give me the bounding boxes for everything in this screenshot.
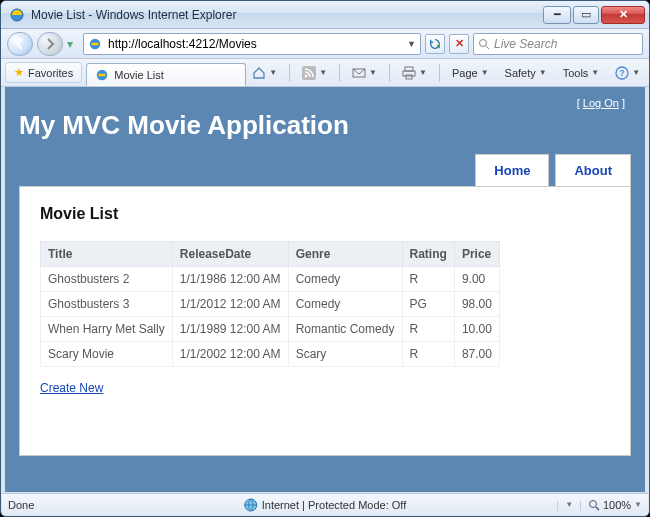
cell-genre: Comedy bbox=[288, 266, 402, 291]
site-nav: Home About bbox=[19, 154, 631, 186]
cell-price: 87.00 bbox=[454, 341, 499, 366]
search-icon bbox=[478, 38, 490, 50]
col-price: Price bbox=[454, 241, 499, 266]
table-row: When Harry Met Sally1/1/1989 12:00 AMRom… bbox=[41, 316, 500, 341]
command-bar: ★ Favorites Movie List ▼ ▼ ▼ ▼ Page ▼ bbox=[1, 59, 649, 87]
rss-icon bbox=[302, 66, 316, 80]
nav-home[interactable]: Home bbox=[475, 154, 549, 186]
cell-date: 1/1/2002 12:00 AM bbox=[172, 341, 288, 366]
star-icon: ★ bbox=[14, 66, 24, 79]
svg-point-7 bbox=[305, 74, 308, 77]
nav-bar: ▾ ▼ ✕ Live Search bbox=[1, 29, 649, 59]
home-button[interactable]: ▼ bbox=[246, 62, 283, 84]
cell-rating: R bbox=[402, 266, 454, 291]
url-input[interactable] bbox=[106, 36, 403, 52]
table-row: Ghostbusters 21/1/1986 12:00 AMComedyR9.… bbox=[41, 266, 500, 291]
logon-area: [ Log On ] bbox=[19, 93, 631, 109]
svg-text:?: ? bbox=[620, 68, 626, 78]
stop-button[interactable]: ✕ bbox=[449, 34, 469, 54]
favorites-button[interactable]: ★ Favorites bbox=[5, 62, 82, 83]
create-new-link[interactable]: Create New bbox=[40, 381, 103, 395]
col-genre: Genre bbox=[288, 241, 402, 266]
movies-table: Title ReleaseDate Genre Rating Price Gho… bbox=[40, 241, 500, 367]
cell-date: 1/1/1989 12:00 AM bbox=[172, 316, 288, 341]
window-title: Movie List - Windows Internet Explorer bbox=[31, 8, 543, 22]
minimize-button[interactable]: ━ bbox=[543, 6, 571, 24]
zoom-control[interactable]: 100% ▼ bbox=[588, 499, 642, 511]
maximize-button[interactable]: ▭ bbox=[573, 6, 599, 24]
ie-icon bbox=[9, 7, 25, 23]
cell-price: 98.00 bbox=[454, 291, 499, 316]
status-center: Internet | Protected Mode: Off bbox=[262, 499, 407, 511]
col-rating: Rating bbox=[402, 241, 454, 266]
cell-title: When Harry Met Sally bbox=[41, 316, 173, 341]
feeds-button[interactable]: ▼ bbox=[296, 62, 333, 84]
cell-title: Ghostbusters 2 bbox=[41, 266, 173, 291]
svg-point-3 bbox=[480, 39, 487, 46]
zoom-value: 100% bbox=[603, 499, 631, 511]
cell-genre: Comedy bbox=[288, 291, 402, 316]
titlebar: Movie List - Windows Internet Explorer ━… bbox=[1, 1, 649, 29]
browser-tab[interactable]: Movie List bbox=[86, 63, 246, 86]
zoom-dropdown-icon[interactable]: ▼ bbox=[634, 500, 642, 509]
logon-link[interactable]: Log On bbox=[583, 97, 619, 109]
tab-label: Movie List bbox=[114, 69, 164, 81]
protected-mode-dropdown[interactable]: ▼ bbox=[565, 500, 573, 509]
address-bar[interactable]: ▼ bbox=[83, 33, 421, 55]
nav-about[interactable]: About bbox=[555, 154, 631, 186]
back-button[interactable] bbox=[7, 32, 33, 56]
status-zone[interactable]: Internet | Protected Mode: Off bbox=[244, 498, 407, 512]
content-panel: Movie List Title ReleaseDate Genre Ratin… bbox=[19, 186, 631, 456]
page-menu[interactable]: Page ▼ bbox=[446, 63, 495, 83]
col-title: Title bbox=[41, 241, 173, 266]
search-placeholder: Live Search bbox=[494, 37, 557, 51]
cell-price: 10.00 bbox=[454, 316, 499, 341]
browser-window: Movie List - Windows Internet Explorer ━… bbox=[0, 0, 650, 517]
list-heading: Movie List bbox=[40, 205, 610, 223]
addr-dropdown-icon[interactable]: ▼ bbox=[407, 39, 416, 49]
favorites-label: Favorites bbox=[28, 67, 73, 79]
safety-menu[interactable]: Safety ▼ bbox=[499, 63, 553, 83]
separator bbox=[339, 64, 340, 82]
mail-icon bbox=[352, 66, 366, 80]
forward-button[interactable] bbox=[37, 32, 63, 56]
tools-menu[interactable]: Tools ▼ bbox=[557, 63, 606, 83]
svg-point-15 bbox=[589, 500, 596, 507]
status-bar: Done Internet | Protected Mode: Off | ▼ … bbox=[2, 493, 648, 515]
cell-rating: R bbox=[402, 316, 454, 341]
close-button[interactable]: ✕ bbox=[601, 6, 645, 24]
page-title: My MVC Movie Application bbox=[19, 111, 631, 140]
separator bbox=[389, 64, 390, 82]
status-sep: | bbox=[579, 499, 582, 511]
table-header-row: Title ReleaseDate Genre Rating Price bbox=[41, 241, 500, 266]
zoom-icon bbox=[588, 499, 600, 511]
mail-button[interactable]: ▼ bbox=[346, 62, 383, 84]
help-icon: ? bbox=[615, 66, 629, 80]
tab-page-icon bbox=[95, 68, 109, 82]
cell-genre: Scary bbox=[288, 341, 402, 366]
cell-rating: R bbox=[402, 341, 454, 366]
print-icon bbox=[402, 66, 416, 80]
help-button[interactable]: ?▼ bbox=[609, 62, 646, 84]
cell-price: 9.00 bbox=[454, 266, 499, 291]
table-row: Scary Movie1/1/2002 12:00 AMScaryR87.00 bbox=[41, 341, 500, 366]
svg-line-4 bbox=[486, 46, 489, 49]
separator bbox=[439, 64, 440, 82]
col-releasedate: ReleaseDate bbox=[172, 241, 288, 266]
status-sep: | bbox=[556, 499, 559, 511]
cell-date: 1/1/1986 12:00 AM bbox=[172, 266, 288, 291]
cell-rating: PG bbox=[402, 291, 454, 316]
search-box[interactable]: Live Search bbox=[473, 33, 643, 55]
cell-genre: Romantic Comedy bbox=[288, 316, 402, 341]
internet-zone-icon bbox=[244, 498, 258, 512]
print-button[interactable]: ▼ bbox=[396, 62, 433, 84]
refresh-button[interactable] bbox=[425, 34, 445, 54]
cell-title: Ghostbusters 3 bbox=[41, 291, 173, 316]
nav-history-dropdown[interactable]: ▾ bbox=[67, 37, 79, 51]
status-left: Done bbox=[8, 499, 34, 511]
separator bbox=[289, 64, 290, 82]
table-row: Ghostbusters 31/1/2012 12:00 AMComedyPG9… bbox=[41, 291, 500, 316]
svg-rect-9 bbox=[405, 67, 413, 71]
cell-date: 1/1/2012 12:00 AM bbox=[172, 291, 288, 316]
cell-title: Scary Movie bbox=[41, 341, 173, 366]
